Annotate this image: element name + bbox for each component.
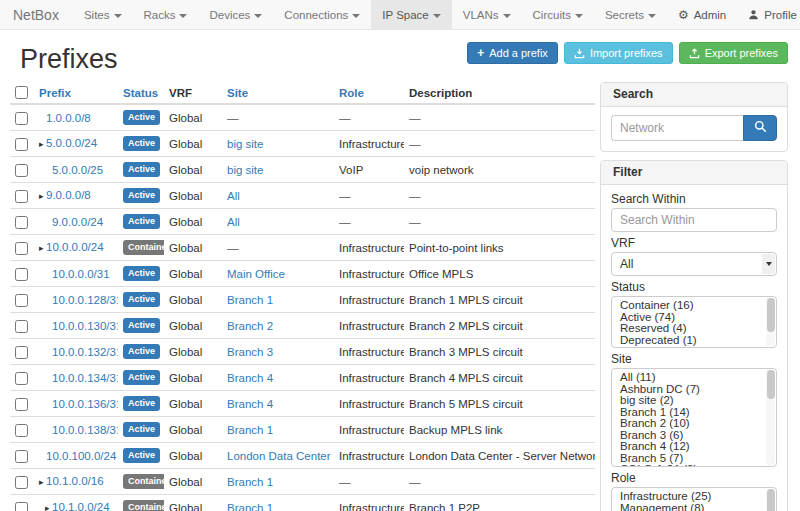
site-link[interactable]: Branch 1: [227, 502, 273, 511]
site-link[interactable]: Branch 1: [227, 476, 273, 488]
vrf-value: Global: [169, 346, 202, 358]
row-checkbox[interactable]: [15, 450, 28, 463]
prefix-link[interactable]: 10.0.0.128/31: [52, 294, 118, 306]
listbox-option[interactable]: COLO-1-2A (3): [612, 464, 776, 467]
prefix-link[interactable]: 10.0.0.138/31: [52, 424, 118, 436]
site-link[interactable]: Branch 4: [227, 372, 273, 384]
prefix-link[interactable]: 10.0.0.132/31: [52, 346, 118, 358]
listbox-option[interactable]: big site (2): [612, 395, 776, 407]
nav-item-circuits[interactable]: Circuits: [522, 0, 594, 29]
scrollbar-thumb[interactable]: [767, 370, 775, 399]
nav-item-vlans[interactable]: VLANs: [452, 0, 522, 29]
row-checkbox[interactable]: [15, 164, 28, 177]
expand-arrow-icon[interactable]: ▸: [39, 190, 46, 202]
nav-item-secrets[interactable]: Secrets: [594, 0, 667, 29]
expand-arrow-icon[interactable]: ▸: [39, 138, 46, 150]
nav-item-ip-space[interactable]: IP Space: [371, 0, 451, 29]
site-empty: —: [227, 242, 239, 254]
import-prefixes-button[interactable]: Import prefixes: [564, 42, 673, 64]
listbox-option[interactable]: Infrastructure (25): [612, 491, 776, 503]
row-checkbox[interactable]: [15, 268, 28, 281]
prefix-link[interactable]: 10.1.0.0/24: [52, 501, 110, 511]
search-input[interactable]: [611, 115, 743, 141]
row-checkbox[interactable]: [15, 398, 28, 411]
prefix-link[interactable]: 10.0.100.0/24: [46, 450, 116, 462]
prefix-link[interactable]: 10.0.0.0/31: [52, 268, 110, 280]
listbox-option[interactable]: All (11): [612, 372, 776, 384]
site-link[interactable]: big site: [227, 138, 263, 150]
prefix-link[interactable]: 1.0.0.0/8: [46, 112, 91, 124]
prefix-link[interactable]: 10.1.0.0/16: [46, 475, 104, 487]
prefix-link[interactable]: 10.0.0.0/24: [46, 241, 104, 253]
row-checkbox[interactable]: [15, 112, 28, 125]
expand-arrow-icon[interactable]: ▸: [39, 242, 46, 254]
column-header-status[interactable]: Status: [123, 87, 158, 99]
status-badge: Active: [123, 370, 160, 385]
site-link[interactable]: All: [227, 190, 240, 202]
row-checkbox[interactable]: [15, 138, 28, 151]
vrf-value: Global: [169, 424, 202, 436]
role-value: —: [339, 216, 351, 228]
row-checkbox[interactable]: [15, 190, 28, 203]
brand-logo[interactable]: NetBox: [13, 0, 59, 29]
prefix-link[interactable]: 10.0.0.136/31: [52, 398, 118, 410]
prefix-link[interactable]: 9.0.0.0/8: [46, 189, 91, 201]
site-link[interactable]: Branch 4: [227, 398, 273, 410]
listbox-option[interactable]: Management (8): [612, 503, 776, 511]
expand-arrow-icon[interactable]: ▸: [45, 502, 52, 511]
nav-item-sites[interactable]: Sites: [73, 0, 133, 29]
prefix-link[interactable]: 10.0.0.130/31: [52, 320, 118, 332]
row-checkbox[interactable]: [15, 502, 28, 511]
vrf-value: Global: [169, 450, 202, 462]
site-link[interactable]: Main Office: [227, 268, 285, 280]
chevron-down-icon[interactable]: [762, 254, 775, 274]
row-checkbox[interactable]: [15, 320, 28, 333]
row-checkbox[interactable]: [15, 476, 28, 489]
listbox-option[interactable]: Container (16): [612, 300, 776, 312]
nav-item-profile[interactable]: Profile: [737, 0, 800, 29]
row-checkbox[interactable]: [15, 424, 28, 437]
vrf-select[interactable]: All: [611, 252, 777, 276]
listbox-option[interactable]: Reserved (4): [612, 323, 776, 335]
row-checkbox[interactable]: [15, 294, 28, 307]
site-link[interactable]: London Data Center: [227, 450, 331, 462]
site-link[interactable]: Branch 1: [227, 294, 273, 306]
listbox-option[interactable]: Branch 2 (10): [612, 418, 776, 430]
site-empty: —: [227, 112, 239, 124]
site-link[interactable]: All: [227, 216, 240, 228]
nav-item-label: IP Space: [382, 9, 428, 21]
search-button[interactable]: [743, 115, 777, 141]
scrollbar-thumb[interactable]: [767, 298, 775, 332]
prefix-link[interactable]: 10.0.0.134/31: [52, 372, 118, 384]
site-link[interactable]: Branch 3: [227, 346, 273, 358]
row-checkbox[interactable]: [15, 346, 28, 359]
listbox-option[interactable]: Deprecated (1): [612, 335, 776, 347]
nav-item-admin[interactable]: ⚙Admin: [667, 0, 737, 29]
row-checkbox[interactable]: [15, 242, 28, 255]
column-header-prefix[interactable]: Prefix: [39, 87, 71, 99]
prefix-link[interactable]: 5.0.0.0/24: [46, 137, 97, 149]
row-checkbox[interactable]: [15, 372, 28, 385]
search-within-input[interactable]: [611, 208, 777, 232]
site-link[interactable]: Branch 2: [227, 320, 273, 332]
prefix-link[interactable]: 9.0.0.0/24: [52, 216, 103, 228]
scrollbar-thumb[interactable]: [767, 489, 775, 511]
column-header-site[interactable]: Site: [227, 87, 248, 99]
role-value: Infrastructure: [339, 502, 404, 511]
site-link[interactable]: Branch 1: [227, 424, 273, 436]
prefix-link[interactable]: 5.0.0.0/25: [52, 164, 103, 176]
listbox-option[interactable]: Branch 4 (12): [612, 441, 776, 453]
select-all-checkbox[interactable]: [15, 86, 28, 99]
nav-item-racks[interactable]: Racks: [133, 0, 199, 29]
row-checkbox[interactable]: [15, 216, 28, 229]
site-link[interactable]: big site: [227, 164, 263, 176]
export-prefixes-button[interactable]: Export prefixes: [679, 42, 788, 64]
status-badge: Active: [123, 292, 160, 307]
column-header-role[interactable]: Role: [339, 87, 364, 99]
role-value: —: [339, 112, 351, 124]
add-a-prefix-button[interactable]: +Add a prefix: [467, 42, 558, 64]
nav-item-devices[interactable]: Devices: [198, 0, 273, 29]
nav-item-connections[interactable]: Connections: [273, 0, 371, 29]
expand-arrow-icon[interactable]: ▸: [39, 476, 46, 488]
nav-item-label: Sites: [84, 9, 110, 21]
